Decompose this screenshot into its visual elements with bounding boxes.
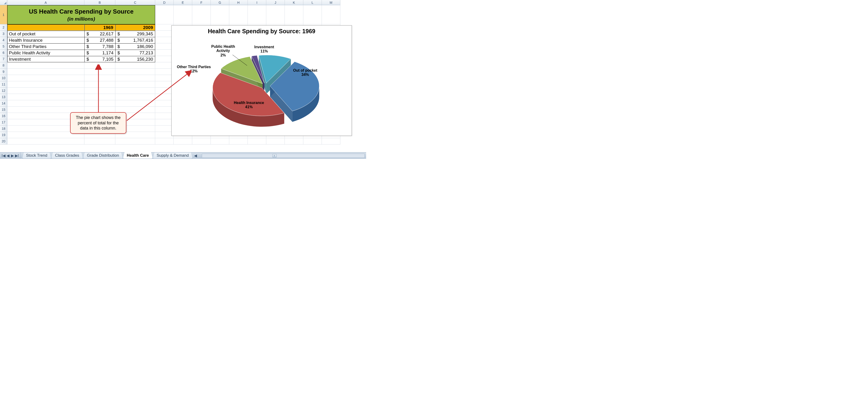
cell-J20[interactable]	[266, 138, 285, 144]
nav-last-icon[interactable]: ▶I	[15, 154, 19, 158]
col-header-I[interactable]: I	[248, 0, 266, 5]
cell-E1[interactable]	[174, 5, 192, 24]
col-header-M[interactable]: M	[322, 0, 340, 5]
cell-A8[interactable]	[7, 62, 84, 69]
cell-I20[interactable]	[248, 138, 266, 144]
cell-2009-0[interactable]: $299,345	[115, 31, 155, 37]
cell-D6[interactable]	[155, 50, 174, 56]
cell-D20[interactable]	[155, 138, 174, 144]
cell-A20[interactable]	[7, 138, 84, 144]
tab-scroll-left-icon[interactable]: ◀	[194, 154, 197, 158]
cell-E20[interactable]	[174, 138, 192, 144]
sheet-tab-health-care[interactable]: Health Care	[123, 152, 153, 159]
col-header-L[interactable]: L	[303, 0, 322, 5]
col-header-B[interactable]: B	[84, 0, 115, 5]
cell-K20[interactable]	[285, 138, 303, 144]
cell-L1[interactable]	[303, 5, 322, 24]
cell-A10[interactable]	[7, 75, 84, 81]
cell-K1[interactable]	[285, 5, 303, 24]
col-header-J[interactable]: J	[266, 0, 285, 5]
sheet-tab-class-grades[interactable]: Class Grades	[51, 153, 83, 159]
col-header-E[interactable]: E	[174, 0, 192, 5]
cell-2009-4[interactable]: $156,230	[115, 56, 155, 62]
cell-1969-0[interactable]: $22,617	[84, 31, 115, 37]
cell-D7[interactable]	[155, 56, 174, 62]
chart-object[interactable]: Health Care Spending by Source: 1969 Out…	[172, 25, 352, 136]
cell-1969-4[interactable]: $7,105	[84, 56, 115, 62]
cell-A9[interactable]	[7, 69, 84, 75]
cell-2009-1[interactable]: $1,767,416	[115, 37, 155, 43]
row-header-18[interactable]: 18	[0, 126, 7, 132]
cell-2009-3[interactable]: $77,213	[115, 50, 155, 56]
hscrollbar-thumb[interactable]	[272, 154, 277, 157]
row-label-4[interactable]: Investment	[7, 56, 84, 62]
row-label-2[interactable]: Other Third Parties	[7, 43, 84, 50]
row-label-3[interactable]: Public Health Activity	[7, 50, 84, 56]
cell-H1[interactable]	[229, 5, 248, 24]
table-header-2009[interactable]: 2009	[115, 24, 155, 31]
table-header-blank[interactable]	[7, 24, 84, 31]
row-header-19[interactable]: 19	[0, 132, 7, 138]
row-header-16[interactable]: 16	[0, 113, 7, 119]
select-all-corner[interactable]	[0, 0, 7, 5]
cell-H20[interactable]	[229, 138, 248, 144]
sheet-tab-supply-demand[interactable]: Supply & Demand	[153, 153, 193, 159]
row-header-8[interactable]: 8	[0, 62, 7, 69]
cell-M20[interactable]	[322, 138, 340, 144]
cell-M1[interactable]	[322, 5, 340, 24]
row-header-13[interactable]: 13	[0, 94, 7, 100]
cell-F1[interactable]	[192, 5, 211, 24]
cell-1969-3[interactable]: $1,174	[84, 50, 115, 56]
cell-2009-2[interactable]: $186,090	[115, 43, 155, 50]
cell-B20[interactable]	[84, 138, 115, 144]
cell-A14[interactable]	[7, 100, 84, 106]
cell-A12[interactable]	[7, 88, 84, 94]
cell-J1[interactable]	[266, 5, 285, 24]
row-header-5[interactable]: 5	[0, 43, 7, 50]
table-header-1969[interactable]: 1969	[84, 24, 115, 31]
row-label-1[interactable]: Health Insurance	[7, 37, 84, 43]
cell-F20[interactable]	[192, 138, 211, 144]
cell-G1[interactable]	[211, 5, 229, 24]
sheet-tab-stock-trend[interactable]: Stock Trend	[22, 153, 51, 159]
row-header-3[interactable]: 3	[0, 31, 7, 37]
row-header-7[interactable]: 7	[0, 56, 7, 62]
cell-A13[interactable]	[7, 94, 84, 100]
col-header-C[interactable]: C	[115, 0, 155, 5]
nav-next-icon[interactable]: ▶	[10, 154, 14, 158]
cell-C20[interactable]	[115, 138, 155, 144]
cell-L20[interactable]	[303, 138, 322, 144]
row-header-20[interactable]: 20	[0, 138, 7, 144]
col-header-A[interactable]: A	[7, 0, 84, 5]
nav-first-icon[interactable]: I◀	[1, 154, 6, 158]
row-header-4[interactable]: 4	[0, 37, 7, 43]
row-header-1[interactable]: 1	[0, 5, 7, 24]
row-header-14[interactable]: 14	[0, 100, 7, 106]
row-label-0[interactable]: Out of pocket	[7, 31, 84, 37]
hscrollbar[interactable]	[202, 154, 365, 158]
row-header-12[interactable]: 12	[0, 88, 7, 94]
col-header-F[interactable]: F	[192, 0, 211, 5]
cell-G20[interactable]	[211, 138, 229, 144]
cell-D1[interactable]	[155, 5, 174, 24]
row-header-6[interactable]: 6	[0, 50, 7, 56]
row-header-17[interactable]: 17	[0, 119, 7, 126]
cell-D18[interactable]	[155, 126, 174, 132]
col-header-G[interactable]: G	[211, 0, 229, 5]
cell-D2[interactable]	[155, 24, 174, 31]
row-header-15[interactable]: 15	[0, 106, 7, 113]
cell-1969-1[interactable]: $27,488	[84, 37, 115, 43]
cell-1969-2[interactable]: $7,788	[84, 43, 115, 50]
row-header-9[interactable]: 9	[0, 69, 7, 75]
cell-D8[interactable]	[155, 62, 174, 69]
cell-D4[interactable]	[155, 37, 174, 43]
row-header-2[interactable]: 2	[0, 24, 7, 31]
cell-D3[interactable]	[155, 31, 174, 37]
row-header-10[interactable]: 10	[0, 75, 7, 81]
cell-A11[interactable]	[7, 81, 84, 88]
cell-I1[interactable]	[248, 5, 266, 24]
cell-A15[interactable]	[7, 106, 84, 113]
cell-D19[interactable]	[155, 132, 174, 138]
col-header-H[interactable]: H	[229, 0, 248, 5]
nav-prev-icon[interactable]: ◀	[6, 154, 10, 158]
